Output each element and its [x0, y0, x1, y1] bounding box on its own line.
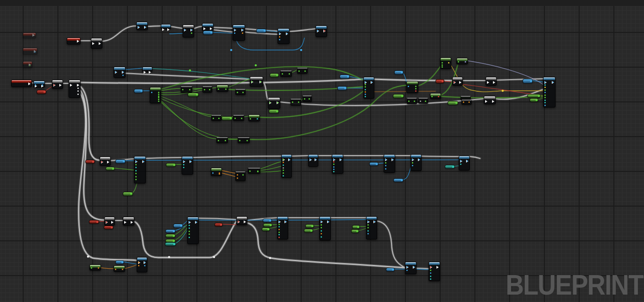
data-pin-r[interactable] [454, 82, 455, 83]
variable-get-pill[interactable] [527, 94, 541, 98]
data-pin-b[interactable] [183, 161, 184, 162]
struct-operation-node[interactable] [114, 265, 125, 272]
output-pin[interactable] [392, 269, 394, 271]
data-pin-o[interactable] [278, 229, 280, 230]
data-pin-g[interactable] [269, 102, 271, 103]
function-call-node[interactable] [319, 216, 331, 240]
exec-pin[interactable] [131, 221, 133, 224]
data-pin-g[interactable] [544, 89, 546, 91]
data-pin-c[interactable] [321, 236, 322, 238]
data-pin-w[interactable] [77, 84, 79, 86]
function-call-node[interactable] [136, 22, 148, 30]
data-pin-g[interactable] [250, 118, 251, 120]
data-pin-b[interactable] [367, 233, 369, 234]
data-pin-r[interactable] [333, 161, 335, 163]
data-pin-g[interactable] [277, 102, 278, 103]
data-pin-g[interactable] [242, 174, 244, 176]
variable-get-pill[interactable] [134, 89, 143, 93]
flow-control-node[interactable] [123, 217, 134, 226]
data-pin-g[interactable] [415, 86, 417, 87]
variable-get-pill[interactable] [115, 159, 126, 164]
data-pin-g[interactable] [260, 81, 261, 82]
output-pin[interactable] [276, 111, 278, 112]
data-pin-b[interactable] [544, 92, 546, 93]
data-pin-b[interactable] [365, 82, 366, 83]
output-pin[interactable] [230, 118, 232, 119]
output-pin[interactable] [140, 90, 142, 92]
function-call-node[interactable] [161, 24, 171, 29]
pure-operation-node[interactable] [202, 86, 212, 93]
data-pin-o[interactable] [237, 177, 238, 179]
function-call-node[interactable] [142, 67, 152, 72]
data-pin-b[interactable] [234, 29, 235, 31]
data-pin-c[interactable] [430, 276, 431, 277]
data-pin-g[interactable] [458, 61, 459, 63]
data-pin-b[interactable] [279, 39, 280, 40]
variable-get-pill[interactable] [269, 109, 279, 113]
function-call-node[interactable] [277, 216, 288, 239]
data-pin-b[interactable] [385, 159, 386, 160]
data-pin-b[interactable] [460, 160, 461, 162]
data-pin-o[interactable] [321, 233, 322, 234]
data-pin-o[interactable] [219, 173, 220, 175]
data-pin-b[interactable] [365, 94, 366, 95]
data-pin-g[interactable] [367, 224, 369, 226]
data-pin-c[interactable] [189, 227, 190, 229]
struct-operation-node[interactable] [211, 168, 222, 176]
data-pin-c[interactable] [283, 164, 284, 166]
data-pin-g[interactable] [412, 162, 413, 164]
variable-get-pill[interactable] [165, 234, 176, 238]
exec-pin[interactable] [493, 81, 495, 84]
data-pin-c[interactable] [278, 226, 280, 227]
data-pin-b[interactable] [138, 26, 139, 28]
data-pin-g[interactable] [544, 97, 546, 98]
data-pin-g[interactable] [189, 233, 190, 235]
data-pin-b[interactable] [552, 82, 554, 83]
output-pin[interactable] [270, 225, 271, 226]
output-pin[interactable] [121, 262, 123, 263]
data-pin-b[interactable] [144, 262, 145, 263]
data-pin-g[interactable] [309, 98, 310, 100]
data-pin-b[interactable] [385, 168, 386, 170]
exec-pin[interactable] [59, 84, 62, 87]
data-pin-b[interactable] [321, 221, 322, 222]
data-pin-g[interactable] [204, 89, 205, 90]
data-pin-b[interactable] [418, 159, 420, 160]
exec-pin[interactable] [492, 100, 494, 103]
data-pin-b[interactable] [315, 159, 316, 160]
data-pin-b[interactable] [367, 221, 369, 222]
data-pin-g[interactable] [365, 84, 366, 85]
data-pin-g[interactable] [135, 173, 137, 174]
data-pin-b[interactable] [144, 265, 145, 266]
data-pin-g[interactable] [191, 32, 192, 34]
variable-get-pill[interactable] [369, 162, 379, 166]
output-pin[interactable] [173, 164, 175, 166]
data-pin-b[interactable] [279, 33, 280, 34]
output-pin[interactable] [536, 100, 537, 101]
data-pin-r[interactable] [101, 161, 102, 163]
data-pin-b[interactable] [412, 159, 413, 160]
variable-get-pill[interactable] [263, 219, 272, 222]
data-pin-r[interactable] [415, 90, 417, 92]
function-call-node[interactable] [187, 217, 199, 244]
data-pin-b[interactable] [122, 75, 124, 76]
data-pin-b[interactable] [289, 159, 290, 160]
struct-operation-node[interactable] [248, 114, 260, 121]
data-pin-b[interactable] [430, 272, 431, 274]
variable-get-pill[interactable] [530, 98, 538, 102]
data-pin-b[interactable] [35, 84, 36, 86]
pure-operation-node[interactable] [290, 99, 301, 106]
output-pin[interactable] [376, 164, 378, 165]
flow-control-node[interactable] [452, 77, 463, 86]
exec-pin[interactable] [107, 161, 109, 164]
output-pin[interactable] [180, 225, 182, 226]
data-pin-b[interactable] [413, 266, 415, 268]
output-pin[interactable] [173, 231, 175, 232]
data-pin-c[interactable] [365, 89, 366, 90]
flow-control-node[interactable] [486, 77, 497, 86]
data-pin-b[interactable] [145, 26, 146, 28]
data-pin-g[interactable] [29, 65, 31, 66]
data-pin-b[interactable] [190, 161, 191, 162]
data-pin-b[interactable] [371, 82, 373, 83]
output-pin[interactable] [130, 193, 132, 195]
